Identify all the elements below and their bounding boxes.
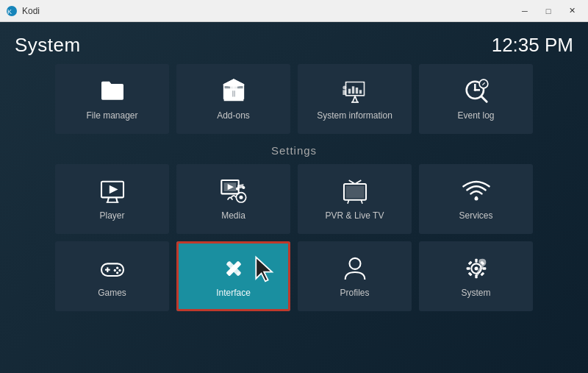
titlebar-controls: ─ □ ✕ [514, 4, 582, 18]
svg-rect-9 [351, 87, 354, 94]
close-button[interactable]: ✕ [562, 4, 582, 18]
svg-point-52 [474, 267, 478, 271]
app-title: Kodi [22, 6, 40, 16]
wrench-pencil-icon [219, 254, 248, 283]
maximize-button[interactable]: □ [538, 4, 559, 18]
tile-pvr-live-tv[interactable]: PVR & Live TV [298, 164, 412, 234]
tv-icon [340, 177, 370, 206]
media-icon [219, 177, 248, 206]
tile-system-label: System [461, 288, 490, 298]
main-content: System 12:35 PM File manager Add-ons [0, 22, 588, 373]
svg-text:K: K [7, 8, 12, 15]
folder-icon [98, 77, 127, 106]
svg-point-44 [113, 269, 115, 271]
svg-point-30 [235, 188, 238, 191]
tile-pvr-live-tv-label: PVR & Live TV [326, 210, 384, 221]
svg-point-45 [116, 271, 118, 274]
svg-line-17 [481, 96, 487, 102]
tile-system[interactable]: System [419, 241, 533, 311]
person-icon [340, 254, 370, 283]
svg-point-48 [226, 262, 230, 266]
settings-row-1: Player Media [15, 164, 573, 234]
tile-media[interactable]: Media [176, 164, 290, 234]
svg-rect-56 [482, 268, 486, 270]
current-time: 12:35 PM [492, 34, 573, 57]
svg-rect-11 [359, 90, 361, 94]
wifi-icon [462, 177, 491, 206]
svg-rect-59 [467, 272, 472, 277]
tile-services-label: Services [459, 210, 492, 221]
box-icon [219, 77, 248, 106]
svg-marker-24 [109, 185, 118, 194]
svg-point-12 [343, 86, 346, 90]
tile-file-manager[interactable]: File manager [55, 64, 169, 134]
settings-section-label: Settings [15, 144, 573, 157]
svg-rect-53 [475, 259, 477, 263]
tile-add-ons[interactable]: Add-ons [176, 64, 290, 134]
tile-event-log[interactable]: Event log [419, 64, 533, 134]
tile-event-log-label: Event log [457, 110, 494, 121]
top-tiles-row: File manager Add-ons [15, 64, 573, 134]
tile-interface[interactable]: Interface [176, 241, 290, 311]
svg-rect-55 [466, 268, 470, 270]
tile-profiles-label: Profiles [340, 288, 369, 298]
svg-rect-33 [345, 186, 364, 199]
header: System 12:35 PM [15, 22, 573, 64]
gear-wrench-icon [462, 254, 491, 283]
tile-games[interactable]: Games [55, 241, 169, 311]
tile-profiles[interactable]: Profiles [298, 241, 412, 311]
svg-rect-57 [467, 261, 472, 266]
svg-point-38 [474, 197, 478, 201]
tile-services[interactable]: Services [419, 164, 533, 234]
svg-line-6 [355, 96, 357, 102]
svg-point-42 [116, 267, 118, 269]
svg-point-29 [239, 196, 243, 199]
svg-point-16 [473, 89, 476, 91]
kodi-icon: K [6, 5, 18, 17]
cursor-icon [251, 255, 280, 287]
svg-point-43 [118, 269, 121, 271]
tile-games-label: Games [98, 288, 126, 298]
svg-rect-2 [230, 85, 237, 90]
tile-add-ons-label: Add-ons [217, 110, 250, 121]
tile-file-manager-label: File manager [86, 110, 137, 121]
svg-point-50 [349, 258, 360, 269]
tile-player-label: Player [99, 210, 124, 221]
page-title: System [15, 34, 81, 57]
settings-row-2: Games Interface [15, 241, 573, 311]
tile-media-label: Media [221, 210, 245, 221]
svg-rect-60 [480, 272, 484, 277]
monitor-icon [98, 177, 127, 206]
titlebar-left: K Kodi [6, 5, 40, 17]
titlebar: K Kodi ─ □ ✕ [0, 0, 588, 22]
tile-system-information[interactable]: System information [298, 64, 412, 134]
gamepad-icon [98, 254, 127, 283]
svg-rect-8 [348, 89, 350, 94]
svg-point-31 [242, 186, 245, 189]
tile-system-information-label: System information [317, 110, 392, 121]
clock-search-icon [462, 77, 491, 106]
presentation-icon [340, 77, 370, 106]
svg-point-49 [237, 271, 240, 275]
tile-interface-label: Interface [216, 288, 251, 298]
svg-rect-10 [355, 88, 357, 93]
tile-player[interactable]: Player [55, 164, 169, 234]
minimize-button[interactable]: ─ [514, 4, 535, 18]
svg-line-5 [352, 96, 354, 102]
